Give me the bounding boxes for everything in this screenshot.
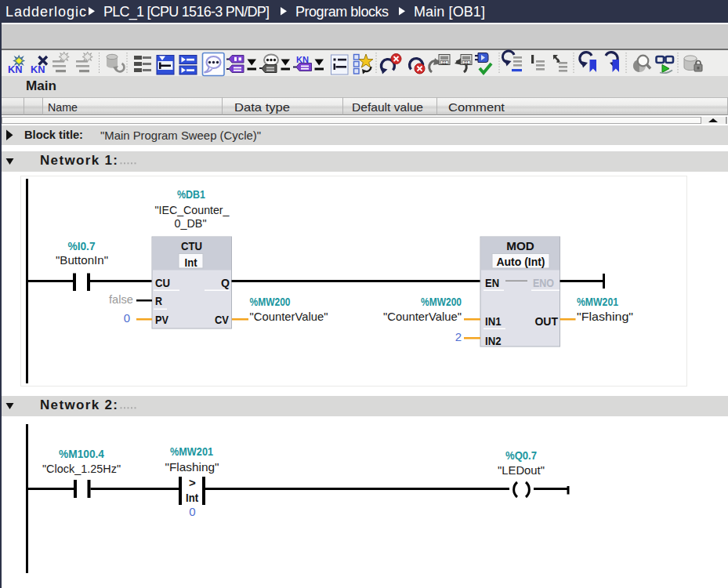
svg-text:Ladderlogic: Ladderlogic [5, 4, 86, 20]
svg-text:0_DB": 0_DB" [175, 216, 207, 230]
svg-text:%I0.7: %I0.7 [68, 240, 96, 252]
svg-text:%MW201: %MW201 [170, 445, 213, 458]
svg-text:"ButtonIn": "ButtonIn" [56, 253, 108, 267]
svg-text:Int: Int [186, 491, 198, 504]
svg-text:Block title:: Block title: [24, 129, 83, 141]
svg-text:Comment: Comment [448, 100, 505, 114]
svg-text:Auto (Int): Auto (Int) [497, 255, 545, 268]
svg-text:0: 0 [189, 505, 195, 518]
svg-text:Name: Name [48, 100, 78, 114]
svg-text:>: > [189, 476, 196, 489]
svg-text:Network 2:: Network 2: [40, 397, 118, 412]
svg-text:R: R [155, 294, 162, 307]
svg-text:ENO: ENO [533, 277, 554, 289]
svg-text:%MW201: %MW201 [577, 296, 618, 308]
svg-text:"CounterValue": "CounterValue" [383, 310, 462, 323]
svg-text:%DB1: %DB1 [177, 188, 205, 201]
svg-text:2: 2 [455, 330, 462, 343]
svg-text:Program blocks: Program blocks [295, 4, 389, 20]
svg-text:Default value: Default value [352, 100, 423, 114]
svg-text:Data type: Data type [234, 100, 290, 114]
svg-text:Main [OB1]: Main [OB1] [414, 4, 485, 20]
svg-text:0: 0 [124, 311, 130, 325]
svg-text:MOD: MOD [506, 239, 534, 252]
svg-text:EN: EN [485, 276, 499, 289]
svg-text:KN: KN [31, 64, 45, 75]
svg-text:Q: Q [221, 276, 230, 289]
svg-text:CU: CU [155, 276, 170, 289]
svg-text:OUT: OUT [535, 314, 559, 328]
svg-text:CV: CV [215, 313, 230, 326]
svg-text:CTU: CTU [181, 239, 202, 252]
svg-text:"Flashing": "Flashing" [165, 460, 219, 474]
svg-text:PV: PV [155, 313, 169, 326]
svg-text:%MW200: %MW200 [250, 296, 291, 308]
svg-text:%M100.4: %M100.4 [59, 448, 104, 460]
svg-text:01: 01 [442, 60, 447, 65]
svg-text:IN1: IN1 [485, 314, 502, 328]
svg-text:"LEDout": "LEDout" [498, 463, 545, 477]
svg-text:false: false [109, 292, 133, 306]
svg-text:IN2: IN2 [485, 334, 502, 347]
svg-text:Main: Main [26, 79, 56, 93]
svg-text:"Main Program Sweep (Cycle)": "Main Program Sweep (Cycle)" [100, 129, 261, 142]
svg-text:01: 01 [464, 60, 469, 65]
svg-text:"Flashing": "Flashing" [577, 310, 633, 323]
svg-text:%MW200: %MW200 [421, 296, 462, 308]
svg-text:Int: Int [185, 256, 197, 269]
svg-text:PLC_1 [CPU 1516-3 PN/DP]: PLC_1 [CPU 1516-3 PN/DP] [103, 4, 270, 20]
svg-text:Network 1:: Network 1: [40, 153, 118, 168]
svg-text:"IEC_Counter_: "IEC_Counter_ [155, 203, 230, 216]
svg-text:"Clock_1.25Hz": "Clock_1.25Hz" [42, 462, 121, 475]
svg-text:"CounterValue": "CounterValue" [250, 310, 328, 323]
svg-text:%Q0.7: %Q0.7 [505, 449, 537, 462]
